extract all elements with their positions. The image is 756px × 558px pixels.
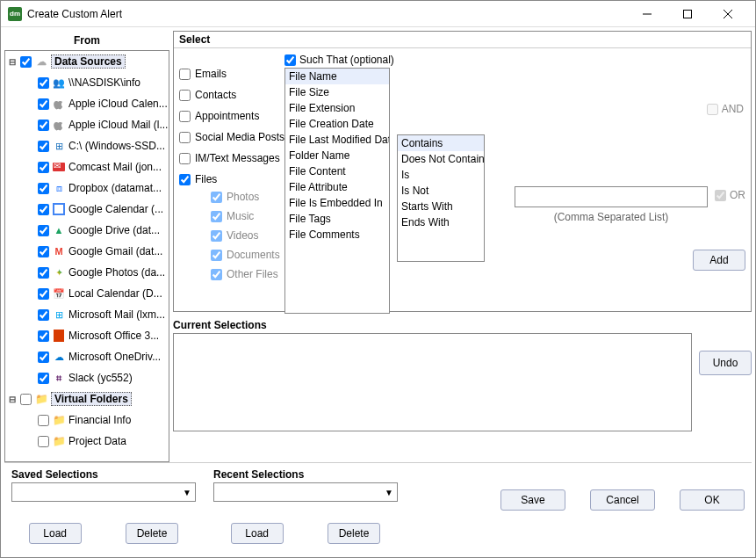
tree-item[interactable]: Slack (yc552): [5, 367, 169, 388]
close-button[interactable]: [708, 2, 748, 26]
type-option[interactable]: Files: [179, 173, 277, 185]
file-subtype-option[interactable]: Photos: [211, 191, 277, 203]
tree-checkbox[interactable]: [38, 77, 49, 89]
add-button[interactable]: Add: [693, 250, 745, 271]
tree-item[interactable]: Project Data: [5, 431, 169, 452]
tree-item[interactable]: Microsoft Mail (lxm...: [5, 304, 169, 325]
type-checkbox[interactable]: [179, 132, 191, 143]
tree-checkbox[interactable]: [38, 415, 49, 426]
type-option[interactable]: Appointments: [179, 110, 277, 122]
cancel-button[interactable]: Cancel: [590, 489, 655, 511]
file-subtype-checkbox[interactable]: [211, 192, 222, 203]
tree-checkbox[interactable]: [38, 436, 49, 447]
or-checkbox[interactable]: [715, 190, 726, 201]
tree-checkbox[interactable]: [38, 162, 49, 173]
operator-item[interactable]: Contains: [398, 135, 484, 151]
tree-checkbox[interactable]: [20, 56, 32, 68]
tree-checkbox[interactable]: [38, 225, 49, 236]
tree-checkbox[interactable]: [38, 98, 49, 110]
tree-item[interactable]: Apple iCloud Calen...: [5, 93, 169, 114]
tree-item[interactable]: Google Drive (dat...: [5, 220, 169, 241]
operator-item[interactable]: Is: [398, 167, 484, 183]
file-subtype-option[interactable]: Music: [211, 210, 277, 222]
tree-item[interactable]: Comcast Mail (jon...: [5, 156, 169, 178]
tree-checkbox[interactable]: [38, 120, 49, 131]
field-item[interactable]: File Name: [285, 69, 389, 84]
type-checkbox[interactable]: [179, 69, 191, 80]
type-option[interactable]: IM/Text Messages: [179, 152, 277, 164]
maximize-button[interactable]: [667, 2, 708, 26]
file-subtype-option[interactable]: Documents: [211, 249, 277, 261]
tree-item[interactable]: \\NASDISK\info: [5, 72, 169, 93]
type-option[interactable]: Emails: [179, 68, 277, 80]
and-checkbox[interactable]: [707, 104, 718, 115]
saved-selections-combo[interactable]: ▼: [11, 482, 196, 502]
tree-expander-icon[interactable]: ⊟: [7, 395, 18, 404]
operator-item[interactable]: Ends With: [398, 214, 484, 230]
field-item[interactable]: File Content: [285, 163, 389, 179]
field-list[interactable]: File NameFile SizeFile ExtensionFile Cre…: [284, 68, 390, 314]
save-button[interactable]: Save: [500, 489, 565, 511]
file-subtype-option[interactable]: Other Files: [211, 268, 277, 280]
source-tree[interactable]: ⊟Data Sources\\NASDISK\infoApple iCloud …: [4, 50, 169, 462]
tree-checkbox[interactable]: [38, 267, 49, 279]
tree-checkbox[interactable]: [38, 204, 49, 215]
field-item[interactable]: File Extension: [285, 100, 389, 116]
field-item[interactable]: File Size: [285, 84, 389, 100]
ok-button[interactable]: OK: [680, 489, 745, 511]
field-item[interactable]: File Creation Date: [285, 116, 389, 132]
field-item[interactable]: File Last Modified Date: [285, 132, 389, 148]
saved-delete-button[interactable]: Delete: [126, 523, 179, 544]
type-checkbox[interactable]: [179, 153, 191, 164]
tree-checkbox[interactable]: [38, 373, 49, 384]
type-checkbox[interactable]: [179, 174, 191, 185]
current-selections-box[interactable]: [173, 333, 692, 431]
operator-item[interactable]: Is Not: [398, 183, 484, 199]
tree-checkbox[interactable]: [38, 141, 49, 152]
type-checkbox[interactable]: [179, 111, 191, 122]
type-checkbox[interactable]: [179, 90, 191, 101]
tree-root[interactable]: ⊟Virtual Folders: [5, 388, 169, 409]
recent-load-button[interactable]: Load: [231, 523, 284, 544]
tree-item[interactable]: Microsoft OneDriv...: [5, 346, 169, 367]
tree-item[interactable]: Google Calendar (...: [5, 199, 169, 220]
tree-checkbox[interactable]: [38, 351, 49, 363]
recent-selections-combo[interactable]: ▼: [213, 482, 398, 502]
field-item[interactable]: Folder Name: [285, 148, 389, 163]
tree-checkbox[interactable]: [38, 246, 49, 257]
operator-list[interactable]: ContainsDoes Not ContainIsIs NotStarts W…: [397, 134, 485, 262]
tree-checkbox[interactable]: [38, 309, 49, 321]
file-subtype-checkbox[interactable]: [211, 269, 222, 280]
file-subtype-checkbox[interactable]: [211, 250, 222, 261]
tree-item[interactable]: Local Calendar (D...: [5, 283, 169, 304]
field-item[interactable]: File Is Embedded In: [285, 195, 389, 211]
tree-checkbox[interactable]: [20, 394, 32, 405]
field-item[interactable]: File Tags: [285, 211, 389, 227]
operator-item[interactable]: Does Not Contain: [398, 151, 484, 167]
tree-checkbox[interactable]: [38, 183, 49, 194]
type-option[interactable]: Social Media Posts: [179, 131, 277, 143]
operator-item[interactable]: Starts With: [398, 199, 484, 214]
tree-item[interactable]: Dropbox (datamat...: [5, 178, 169, 199]
type-option[interactable]: Contacts: [179, 89, 277, 101]
minimize-button[interactable]: [627, 2, 667, 26]
recent-delete-button[interactable]: Delete: [328, 523, 381, 544]
file-subtype-option[interactable]: Videos: [211, 229, 277, 242]
suchthat-checkbox[interactable]: [284, 54, 296, 66]
tree-item[interactable]: Microsoft Office 3...: [5, 325, 169, 346]
undo-button[interactable]: Undo: [699, 351, 752, 375]
tree-item[interactable]: Apple iCloud Mail (l...: [5, 114, 169, 135]
field-item[interactable]: File Attribute: [285, 179, 389, 195]
tree-item[interactable]: Google Photos (da...: [5, 262, 169, 283]
tree-expander-icon[interactable]: ⊟: [7, 57, 18, 67]
tree-item[interactable]: Google Gmail (dat...: [5, 241, 169, 262]
value-input[interactable]: [515, 186, 708, 207]
tree-checkbox[interactable]: [38, 288, 49, 300]
file-subtype-checkbox[interactable]: [211, 211, 222, 222]
file-subtype-checkbox[interactable]: [211, 230, 222, 242]
field-item[interactable]: File Comments: [285, 227, 389, 243]
tree-item[interactable]: Financial Info: [5, 409, 169, 431]
saved-load-button[interactable]: Load: [29, 523, 82, 544]
tree-item[interactable]: C:\ (Windows-SSD...: [5, 135, 169, 156]
tree-root[interactable]: ⊟Data Sources: [5, 51, 169, 72]
